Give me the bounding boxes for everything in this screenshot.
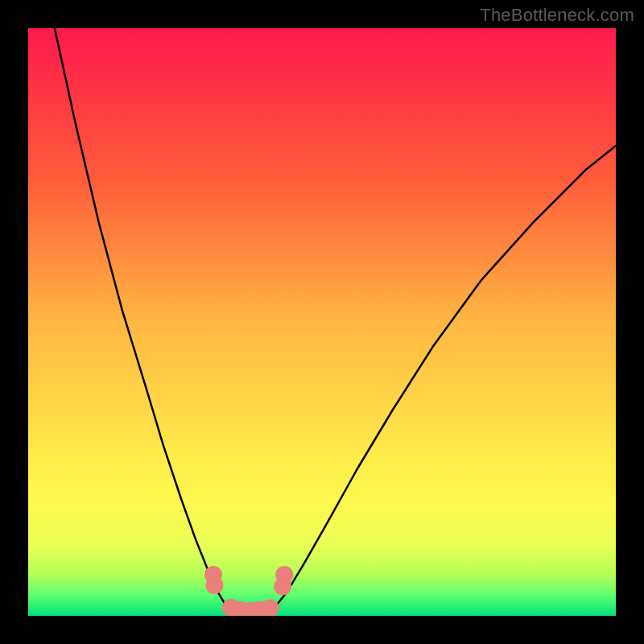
blob-point [205,576,223,594]
watermark-text: TheBottleneck.com [480,5,634,26]
blob-point [275,566,293,584]
curve-curve-left [55,28,227,607]
plot-area [28,28,616,616]
chart-frame: TheBottleneck.com [0,0,644,644]
chart-svg [28,28,616,616]
curve-curve-right [275,146,616,607]
